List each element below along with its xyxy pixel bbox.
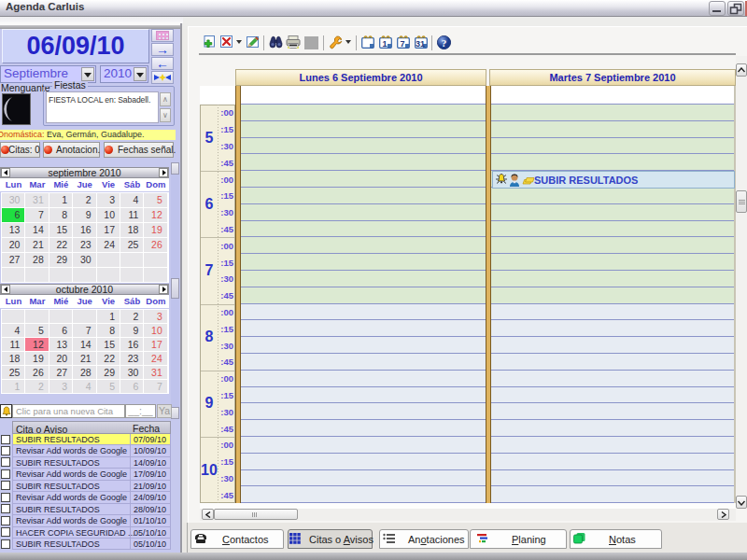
svg-text:31: 31 — [416, 39, 425, 49]
svg-text:7: 7 — [400, 39, 404, 49]
svg-text:1: 1 — [382, 39, 387, 49]
svg-text:?: ? — [442, 37, 447, 49]
